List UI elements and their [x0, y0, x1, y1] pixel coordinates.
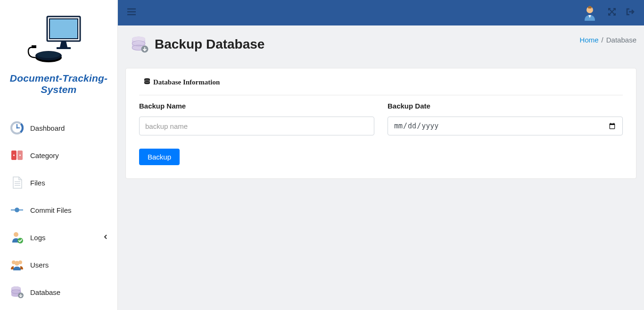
svg-point-5	[37, 51, 60, 58]
main: Backup Database Home / Database Database…	[118, 0, 644, 310]
sidebar-item-office-settings[interactable]: Office Settings	[0, 306, 117, 310]
sidebar-item-category[interactable]: Category	[0, 142, 117, 169]
content: Backup Database Home / Database Database…	[118, 25, 644, 188]
sidebar-item-label: Files	[30, 179, 45, 187]
card-title-text: Database Information	[153, 78, 220, 86]
fullscreen-icon[interactable]	[608, 8, 616, 17]
brand-logo	[5, 14, 113, 68]
file-icon	[9, 175, 25, 190]
brand-title: Document-Tracking-System	[5, 73, 113, 95]
topbar	[118, 0, 644, 25]
logout-icon[interactable]	[626, 8, 635, 17]
sidebar: Document-Tracking-System Dashboard	[0, 0, 118, 310]
tags-icon	[9, 148, 25, 163]
commit-icon	[9, 202, 25, 218]
users-icon	[9, 257, 25, 272]
sidebar-item-files[interactable]: Files	[0, 169, 117, 196]
breadcrumb-separator: /	[602, 36, 603, 44]
page-title: Backup Database	[155, 37, 264, 52]
svg-point-20	[15, 208, 19, 212]
clock-icon	[9, 120, 25, 135]
backup-date-label: Backup Date	[388, 102, 623, 110]
svg-point-14	[13, 155, 15, 156]
divider	[139, 95, 623, 95]
database-download-icon	[9, 285, 25, 300]
user-check-icon	[9, 230, 25, 245]
brand: Document-Tracking-System	[0, 0, 117, 105]
database-icon	[144, 78, 150, 86]
backup-name-input[interactable]	[139, 117, 374, 135]
backup-date-input[interactable]	[388, 117, 623, 135]
user-avatar[interactable]	[582, 5, 598, 21]
svg-rect-1	[50, 19, 78, 39]
card-title: Database Information	[139, 78, 623, 86]
svg-rect-2	[57, 47, 71, 49]
sidebar-item-database[interactable]: Database	[0, 278, 117, 306]
sidebar-item-label: Category	[30, 151, 59, 159]
breadcrumb: Home / Database	[580, 36, 636, 44]
svg-point-15	[19, 155, 21, 156]
sidebar-item-label: Dashboard	[30, 124, 65, 132]
breadcrumb-current: Database	[606, 36, 636, 44]
backup-button[interactable]: Backup	[139, 149, 180, 165]
backup-name-label: Backup Name	[139, 102, 374, 110]
sidebar-item-dashboard[interactable]: Dashboard	[0, 114, 117, 142]
svg-rect-6	[32, 45, 36, 48]
sidebar-item-commit-files[interactable]: Commit Files	[0, 196, 117, 224]
card: Database Information Backup Name Backup …	[125, 68, 636, 179]
sidebar-item-label: Commit Files	[30, 206, 72, 214]
svg-point-22	[14, 232, 18, 237]
svg-point-11	[17, 127, 18, 129]
sidebar-item-users[interactable]: Users	[0, 251, 117, 278]
svg-point-26	[15, 261, 19, 266]
sidebar-item-label: Logs	[30, 234, 46, 242]
database-download-icon	[130, 35, 149, 54]
sidebar-item-label: Users	[30, 261, 49, 269]
chevron-left-icon	[103, 234, 108, 241]
sidebar-item-logs[interactable]: Logs	[0, 224, 117, 251]
menu-toggle-icon[interactable]	[127, 8, 136, 17]
page-header: Backup Database Home / Database	[125, 35, 636, 54]
sidebar-item-label: Database	[30, 288, 60, 296]
nav: Dashboard Category	[0, 114, 117, 310]
breadcrumb-home[interactable]: Home	[580, 36, 599, 44]
